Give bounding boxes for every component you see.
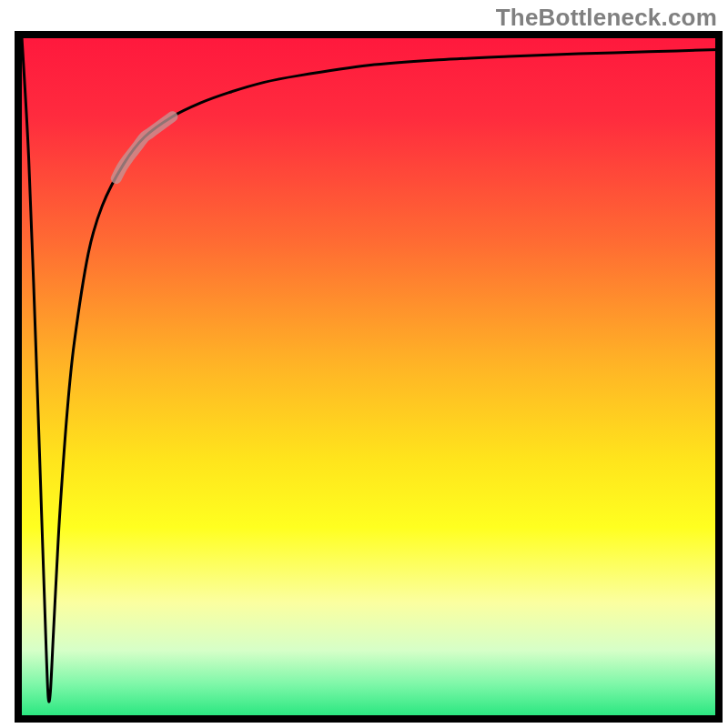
plot-background xyxy=(18,35,719,719)
bottleneck-chart xyxy=(0,0,728,728)
chart-stage: TheBottleneck.com xyxy=(0,0,728,728)
